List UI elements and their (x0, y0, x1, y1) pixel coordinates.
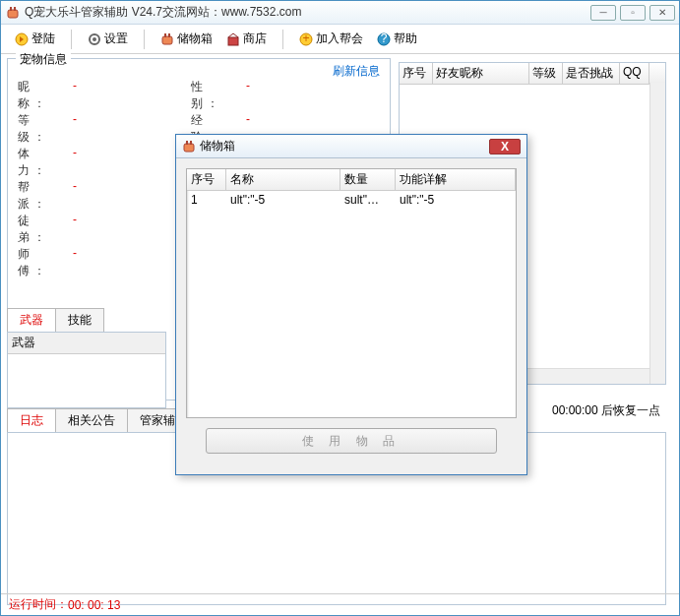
friends-header: 序号 好友昵称 等级 是否挑战 QQ (400, 63, 665, 85)
settings-label: 设置 (104, 31, 128, 47)
gang-label: 帮 派： (18, 179, 73, 197)
svg-rect-0 (8, 10, 18, 18)
dialog-title: 储物箱 (200, 138, 489, 154)
dcol-idx[interactable]: 序号 (187, 169, 226, 190)
weapon-col-header: 武器 (8, 333, 165, 354)
storage-icon (160, 32, 174, 46)
cell-qty: sult"… (340, 192, 396, 208)
separator (282, 30, 283, 49)
toolbar: 登陆 设置 储物箱 商店 + 加入帮会 ? 帮助 (1, 25, 679, 54)
tab-log[interactable]: 日志 (7, 408, 56, 432)
shop-button[interactable]: 商店 (220, 29, 273, 49)
help-button[interactable]: ? 帮助 (371, 29, 423, 49)
shop-icon (226, 32, 240, 46)
storage-icon (182, 140, 196, 154)
svg-rect-14 (184, 144, 194, 152)
exp-label: 经 验： (191, 112, 246, 130)
dialog-titlebar[interactable]: 储物箱 X (176, 135, 526, 158)
svg-text:+: + (302, 32, 309, 45)
storage-list[interactable]: 序号 名称 数量 功能详解 1 ult":"-5 sult"… ult":"-5 (186, 168, 517, 418)
scrollbar-vertical[interactable] (649, 83, 665, 384)
weapon-list[interactable]: 武器 (7, 332, 166, 408)
help-icon: ? (377, 32, 391, 46)
login-icon (15, 32, 29, 46)
cell-name: ult":"-5 (226, 192, 340, 208)
hp-value: - (73, 146, 171, 163)
join-button[interactable]: + 加入帮会 (293, 29, 369, 49)
use-item-button[interactable]: 使 用 物 品 (206, 428, 497, 454)
svg-rect-15 (186, 141, 188, 145)
runtime-label: 运行时间： (9, 596, 68, 613)
window-title: Q宠大乐斗管家辅助 V24.7交流网站：www.7532.com (25, 4, 590, 21)
col-nick[interactable]: 好友昵称 (433, 63, 529, 84)
dcol-desc[interactable]: 功能详解 (396, 169, 516, 190)
svg-point-5 (93, 37, 96, 41)
exp-value: - (246, 112, 250, 130)
shop-label: 商店 (243, 31, 267, 47)
nick-value: - (73, 79, 171, 96)
weapon-skill-tabs: 武器 技能 武器 (7, 308, 166, 408)
storage-dialog: 储物箱 X 序号 名称 数量 功能详解 1 ult":"-5 sult"… ul… (175, 134, 527, 475)
maximize-button[interactable]: ▫ (620, 5, 646, 21)
nick-label: 昵 称： (18, 79, 73, 96)
svg-rect-8 (168, 33, 170, 37)
join-icon: + (299, 32, 313, 46)
separator (71, 30, 72, 49)
dcol-name[interactable]: 名称 (226, 169, 340, 190)
app-icon (5, 5, 21, 21)
col-idx[interactable]: 序号 (400, 63, 433, 84)
gang-value: - (73, 179, 171, 197)
svg-rect-16 (190, 141, 192, 145)
storage-label: 储物箱 (177, 31, 213, 47)
svg-text:?: ? (381, 32, 388, 45)
cell-desc: ult":"-5 (396, 192, 516, 208)
separator (144, 30, 145, 49)
tab-weapon[interactable]: 武器 (7, 308, 56, 332)
disciple-label: 徒 弟： (18, 213, 73, 230)
login-button[interactable]: 登陆 (9, 29, 61, 49)
level-value: - (73, 112, 171, 130)
svg-rect-6 (162, 36, 172, 44)
hp-label: 体 力： (18, 146, 73, 163)
tab-notice[interactable]: 相关公告 (55, 408, 128, 432)
gender-value: - (246, 79, 250, 96)
disciple-value: - (73, 213, 171, 230)
master-label: 师 傅： (18, 246, 73, 264)
settings-button[interactable]: 设置 (82, 29, 134, 49)
gear-icon (88, 32, 101, 46)
dialog-close-button[interactable]: X (489, 139, 521, 154)
runtime-value: 00: 00: 13 (68, 598, 120, 612)
login-label: 登陆 (31, 31, 55, 47)
svg-rect-2 (14, 7, 16, 11)
cell-idx: 1 (187, 192, 226, 208)
col-qq[interactable]: QQ (620, 63, 649, 84)
svg-rect-1 (10, 7, 12, 11)
refresh-link[interactable]: 刷新信息 (333, 63, 380, 80)
table-row[interactable]: 1 ult":"-5 sult"… ult":"-5 (187, 191, 516, 209)
minimize-button[interactable]: ─ (590, 5, 616, 21)
help-label: 帮助 (394, 31, 417, 47)
master-value: - (73, 246, 171, 264)
tab-skill[interactable]: 技能 (55, 308, 104, 332)
level-label: 等 级： (18, 112, 73, 130)
close-button[interactable]: ✕ (649, 5, 675, 21)
svg-rect-7 (164, 33, 166, 37)
dcol-qty[interactable]: 数量 (340, 169, 396, 190)
statusbar: 运行时间： 00: 00: 13 (1, 593, 679, 615)
window-buttons: ─ ▫ ✕ (590, 5, 675, 21)
col-level[interactable]: 等级 (529, 63, 563, 84)
gender-label: 性 别： (191, 79, 246, 96)
col-challenge[interactable]: 是否挑战 (563, 63, 620, 84)
join-label: 加入帮会 (316, 31, 363, 47)
storage-button[interactable]: 储物箱 (155, 29, 218, 49)
pet-panel-title: 宠物信息 (16, 51, 71, 68)
svg-rect-9 (228, 37, 238, 45)
titlebar[interactable]: Q宠大乐斗管家辅助 V24.7交流网站：www.7532.com ─ ▫ ✕ (1, 1, 679, 25)
